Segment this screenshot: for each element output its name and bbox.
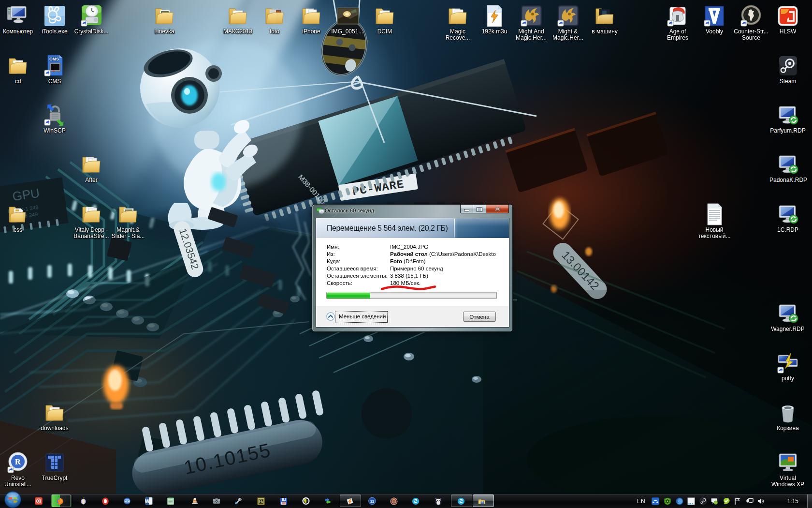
svg-text:13.00142: 13.00142 bbox=[559, 248, 602, 293]
